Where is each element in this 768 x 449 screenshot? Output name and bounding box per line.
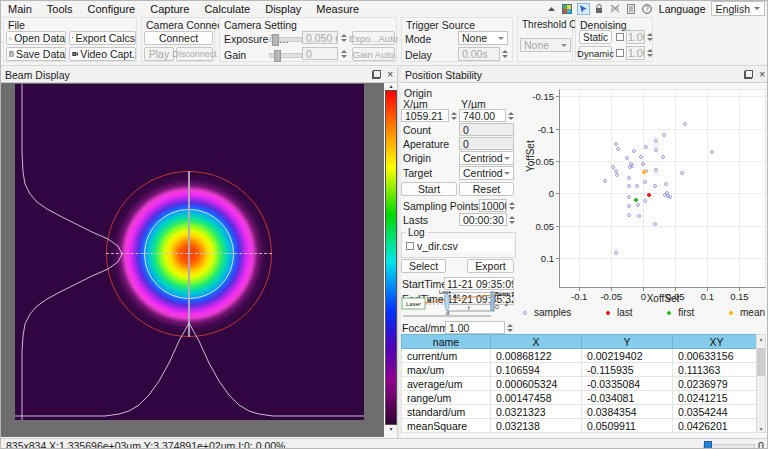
app-window: Main Tools Configure Capture Calculate D… — [0, 0, 768, 449]
threshold-select[interactable]: None — [520, 38, 571, 52]
table-row[interactable]: meanSquare0.0321380.05099110.0426201 — [402, 419, 761, 433]
disconnect-crop-icon[interactable] — [609, 3, 622, 15]
menu-capture[interactable]: Capture — [150, 3, 189, 15]
focal-spinner[interactable] — [505, 321, 514, 334]
reset-button[interactable]: Reset — [459, 182, 514, 196]
beam-image[interactable] — [15, 84, 364, 420]
column-header-name[interactable]: name — [402, 335, 491, 349]
select-button[interactable]: Select — [401, 259, 446, 273]
scroll-down-icon[interactable]: ▾ — [759, 425, 762, 432]
lasts-input[interactable]: 00:00:30 — [459, 213, 507, 226]
trigger-delay-spinner[interactable] — [500, 47, 509, 61]
point-samples — [635, 184, 639, 188]
open-data-button[interactable]: Open Data — [6, 31, 66, 45]
status-slider-handle[interactable] — [704, 441, 712, 449]
legend-label: last — [617, 307, 633, 318]
dynamic-button[interactable]: Dynamic — [579, 46, 612, 60]
origin-select[interactable]: Centriod — [459, 151, 514, 165]
gain-spinner[interactable] — [339, 47, 348, 60]
sampling-points-label: Sampling Points — [403, 200, 479, 212]
gain-auto-button[interactable]: Gain Auto — [352, 47, 395, 61]
exposure-auto-button[interactable]: Expo...Auto — [352, 31, 395, 45]
sampling-points-spinner[interactable] — [507, 199, 516, 212]
table-row[interactable]: current/um0.008681220.002194020.00633156 — [402, 349, 761, 363]
focal-input[interactable]: 1.00 — [445, 321, 505, 334]
table-cell: 0.00219402 — [582, 349, 673, 363]
save-data-button[interactable]: Save Data — [6, 47, 66, 61]
group-trigger-source: Trigger Source Mode None Delay 0.00s — [401, 17, 513, 62]
help-icon[interactable]: ? — [641, 3, 654, 15]
export-button[interactable]: Export — [467, 259, 514, 273]
lasts-spinner[interactable] — [507, 213, 516, 226]
colorbar-down-icon[interactable]: ▾ — [385, 426, 397, 432]
origin-y-input[interactable]: 740.00 — [459, 109, 506, 122]
start-button[interactable]: Start — [401, 182, 457, 196]
column-header-Y[interactable]: Y — [582, 335, 673, 349]
exposure-slider-handle[interactable] — [272, 34, 279, 46]
collapse-ribbon-icon[interactable] — [545, 3, 558, 15]
exposure-spinner[interactable] — [339, 31, 348, 44]
column-header-X[interactable]: X — [491, 335, 582, 349]
exposure-slider[interactable] — [269, 37, 302, 42]
origin-x-input[interactable]: 1059.21 — [401, 109, 449, 122]
colorbar-up-icon[interactable]: ▴ — [385, 83, 397, 89]
dynamic-checkbox[interactable] — [616, 49, 624, 57]
table-row[interactable]: range/um0.00147458-0.0340810.0241215 — [402, 391, 761, 405]
point-last — [647, 193, 651, 197]
beam-canvas[interactable]: ◂ ▸ — [1, 83, 384, 437]
play-button[interactable]: Play — [144, 47, 174, 61]
gain-value[interactable]: 0 — [302, 47, 338, 60]
column-header-XY[interactable]: XY — [673, 335, 761, 349]
lock-icon[interactable] — [593, 3, 606, 15]
scroll-up-icon[interactable]: ▴ — [759, 335, 762, 342]
table-cell: -0.034081 — [582, 391, 673, 405]
static-checkbox[interactable] — [616, 33, 624, 41]
document-icon[interactable] — [625, 3, 638, 15]
close-icon[interactable]: × — [387, 70, 393, 79]
legend-marker-first — [667, 311, 671, 315]
menu-main[interactable]: Main — [8, 3, 32, 15]
origin-x-spinner[interactable] — [449, 109, 458, 122]
disconnect-button[interactable]: Disconnect — [176, 47, 213, 61]
menu-measure[interactable]: Measure — [316, 3, 359, 15]
close-icon[interactable]: × — [759, 70, 765, 79]
palette-icon[interactable] — [561, 3, 574, 15]
static-value[interactable]: 1.00 — [626, 30, 645, 44]
status-zoom-slider[interactable] — [703, 444, 755, 449]
table-row[interactable]: standard/um0.03213230.03843540.0354244 — [402, 405, 761, 419]
menu-configure[interactable]: Configure — [88, 3, 136, 15]
table-scrollbar-thumb[interactable] — [757, 348, 765, 376]
point-samples — [654, 168, 658, 172]
menu-tools[interactable]: Tools — [47, 3, 73, 15]
legend-label: samples — [534, 307, 571, 318]
menu-display[interactable]: Display — [265, 3, 301, 15]
trigger-delay-value[interactable]: 0.00s — [458, 47, 500, 61]
origin-y-spinner[interactable] — [506, 109, 515, 122]
float-panel-icon[interactable] — [372, 70, 381, 79]
static-button[interactable]: Static — [579, 30, 612, 44]
video-capture-button[interactable]: Video Capt. — [69, 47, 136, 61]
pin-icon[interactable] — [577, 3, 590, 15]
language-select[interactable]: English — [711, 1, 765, 16]
float-panel-icon[interactable] — [744, 70, 753, 79]
dynamic-value[interactable]: 1.00 — [626, 46, 645, 60]
gain-slider[interactable] — [269, 53, 302, 58]
exposure-value[interactable]: 0.050 ms — [302, 31, 338, 44]
folder-icon — [9, 34, 12, 43]
menu-calculate[interactable]: Calculate — [204, 3, 250, 15]
table-row[interactable]: average/um0.000605324-0.03350840.0236979 — [402, 377, 761, 391]
log-file-checkbox[interactable] — [406, 242, 414, 250]
gain-slider-handle[interactable] — [274, 50, 281, 62]
target-select[interactable]: Centriod — [459, 166, 514, 180]
svg-text:?: ? — [646, 5, 650, 12]
point-samples — [644, 145, 648, 149]
sampling-points-input[interactable]: 10000 — [479, 199, 507, 212]
static-spinner[interactable] — [645, 30, 654, 44]
export-calcs-button[interactable]: Export Calcs — [69, 31, 136, 45]
table-row[interactable]: max/um0.106594-0.1159350.111363 — [402, 363, 761, 377]
trigger-mode-select[interactable]: None — [458, 31, 508, 45]
connect-button[interactable]: Connect — [144, 31, 213, 45]
table-cell: 0.0241215 — [673, 391, 761, 405]
diagram-lens-label: Lens — [439, 289, 451, 295]
dynamic-spinner[interactable] — [645, 46, 654, 60]
